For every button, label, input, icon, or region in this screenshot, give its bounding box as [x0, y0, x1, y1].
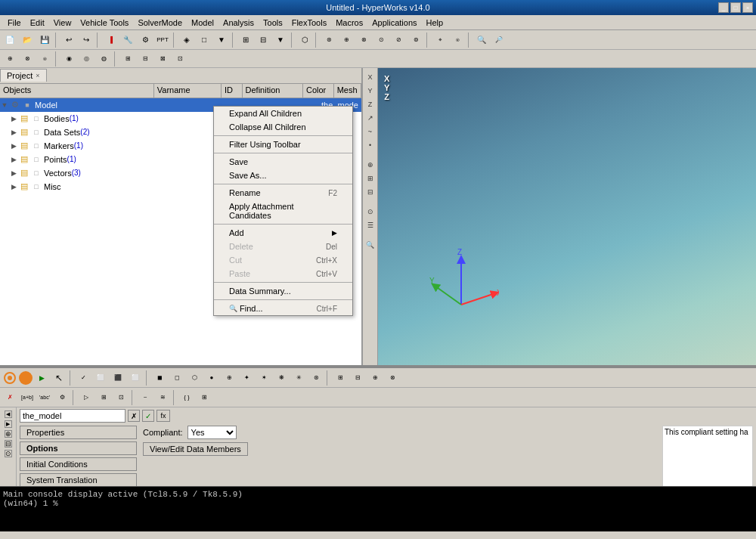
btb2-10[interactable]: { }	[178, 389, 195, 406]
new-button[interactable]: 📄	[2, 32, 18, 48]
console-area[interactable]: Main console display active (Tcl8.5.9 / …	[0, 486, 756, 531]
toolbar-btn-13[interactable]: ⬡	[296, 32, 313, 48]
btb2-4[interactable]: ⚙	[54, 389, 70, 406]
tb-19[interactable]: ⊚	[407, 32, 424, 48]
vp-icon-z[interactable]: Z	[364, 98, 376, 110]
expand-bodies[interactable]: ▶	[9, 115, 18, 122]
btb-18[interactable]: ⊞	[332, 370, 349, 386]
maximize-button[interactable]: □	[730, 2, 741, 13]
tb-17[interactable]: ⊙	[373, 32, 389, 48]
menu-edit[interactable]: Edit	[26, 17, 49, 29]
ctx-delete[interactable]: Delete Del	[214, 240, 352, 253]
expand-vectors[interactable]: ▶	[9, 169, 18, 177]
btb-3[interactable]: ▶	[33, 370, 50, 386]
toolbar-btn-8[interactable]: □	[196, 32, 212, 48]
close-window-button[interactable]: ×	[742, 2, 753, 13]
vp-icon-xyz[interactable]: X	[364, 71, 376, 83]
ctx-rename[interactable]: Rename F2	[214, 186, 352, 200]
btb-cursor[interactable]: ↖	[51, 370, 67, 386]
toolbar-btn-3[interactable]: ▐	[102, 32, 119, 48]
tb2-6[interactable]: ◍	[95, 51, 112, 67]
menu-solver-mode[interactable]: SolverMode	[133, 17, 187, 29]
ctx-save-as[interactable]: Save As...	[214, 169, 352, 182]
btb2-11[interactable]: ⊞	[196, 389, 212, 406]
model-name-input[interactable]: the_model	[20, 409, 125, 423]
ctx-save[interactable]: Save	[214, 155, 352, 169]
btb-2[interactable]	[19, 371, 33, 385]
ctx-cut[interactable]: Cut Ctrl+X	[214, 253, 352, 267]
menu-view[interactable]: View	[49, 17, 76, 29]
btb-17[interactable]: ⊛	[308, 370, 324, 386]
tb-18[interactable]: ⊘	[390, 32, 407, 48]
view-edit-button[interactable]: View/Edit Data Members	[143, 442, 248, 456]
btb2-5[interactable]: ▷	[78, 389, 94, 406]
undo-button[interactable]: ↩	[60, 32, 77, 48]
props-tab-system-translation[interactable]: System Translation	[20, 473, 137, 487]
toolbar-btn-9[interactable]: ▼	[213, 32, 230, 48]
toolbar-btn-11[interactable]: ⊟	[255, 32, 271, 48]
nav-icon-1[interactable]: ⊕	[5, 430, 12, 438]
menu-tools[interactable]: Tools	[259, 17, 287, 29]
tb-16[interactable]: ⊗	[355, 32, 372, 48]
tb2-1[interactable]: ⊕	[2, 51, 18, 67]
tb2-2[interactable]: ⊗	[19, 51, 36, 67]
zoom-btn[interactable]: 🔍	[473, 32, 490, 48]
btb2-3[interactable]: 'abc'	[36, 389, 53, 406]
btb-7[interactable]: ⬜	[127, 370, 144, 386]
open-button[interactable]: 📂	[19, 32, 36, 48]
vp-icon-7[interactable]: ⊟	[364, 186, 376, 198]
btb-16[interactable]: ✳	[290, 370, 307, 386]
tb2-4[interactable]: ◉	[60, 51, 77, 67]
expand-model[interactable]: ▼	[0, 101, 9, 109]
vp-icon-y[interactable]: Y	[364, 85, 376, 97]
toolbar-btn-4[interactable]: 🔧	[119, 32, 136, 48]
menu-analysis[interactable]: Analysis	[218, 17, 259, 29]
input-func-btn[interactable]: fx	[156, 410, 170, 422]
ctx-data-summary[interactable]: Data Summary...	[214, 284, 352, 298]
vp-icon-5[interactable]: ⊕	[364, 159, 376, 171]
vp-icon-node[interactable]: •	[364, 139, 376, 151]
tb2-7[interactable]: ⊞	[119, 51, 136, 67]
menu-macros[interactable]: Macros	[331, 17, 367, 29]
btb-19[interactable]: ⊟	[349, 370, 366, 386]
tb-21[interactable]: ⍟	[449, 32, 466, 48]
btb2-9[interactable]: ≋	[154, 389, 171, 406]
nav-down[interactable]: ▶	[5, 420, 12, 428]
toolbar-btn-5[interactable]: ⚙	[137, 32, 153, 48]
ctx-collapse-all[interactable]: Collapse All Children	[214, 120, 352, 134]
expand-datasets[interactable]: ▶	[9, 129, 18, 136]
toolbar-btn-7[interactable]: ◈	[178, 32, 195, 48]
btb-12[interactable]: ⊕	[221, 370, 237, 386]
expand-misc[interactable]: ▶	[9, 183, 18, 191]
props-tab-initial-conditions[interactable]: Initial Conditions	[20, 457, 137, 471]
btb-9[interactable]: ◻	[169, 370, 185, 386]
tb2-8[interactable]: ⊟	[137, 51, 153, 67]
tb-15[interactable]: ⊕	[338, 32, 355, 48]
input-clear-btn[interactable]: ✗	[128, 410, 140, 422]
toolbar-btn-10[interactable]: ⊞	[237, 32, 254, 48]
vp-icon-6[interactable]: ⊞	[364, 172, 376, 184]
vp-icon-10[interactable]: 🔍	[364, 239, 376, 251]
vp-icon-arrow[interactable]: ↗	[364, 112, 376, 124]
btb-21[interactable]: ⊗	[384, 370, 401, 386]
menu-flex-tools[interactable]: FlexTools	[287, 17, 331, 29]
ctx-find[interactable]: 🔍 Find... Ctrl+F	[214, 302, 352, 315]
tb2-5[interactable]: ◎	[78, 51, 94, 67]
btb2-6[interactable]: ⊞	[95, 389, 112, 406]
btb-4[interactable]: ✓	[75, 370, 91, 386]
nav-up[interactable]: ◀	[5, 410, 12, 418]
btb-11[interactable]: ●	[203, 370, 220, 386]
menu-file[interactable]: File	[3, 17, 26, 29]
ctx-attach[interactable]: Apply Attachment Candidates	[214, 200, 352, 222]
nav-icon-2[interactable]: ⊟	[5, 440, 12, 448]
input-check-btn[interactable]: ✓	[142, 410, 154, 422]
btb-13[interactable]: ✦	[238, 370, 255, 386]
tb2-10[interactable]: ⊡	[172, 51, 188, 67]
menu-help[interactable]: Help	[422, 17, 448, 29]
btb-6[interactable]: ⬛	[110, 370, 126, 386]
expand-points[interactable]: ▶	[9, 156, 18, 163]
tb-20[interactable]: ⌖	[432, 32, 448, 48]
toolbar-btn-6[interactable]: PPT	[154, 32, 171, 48]
zoom-out-btn[interactable]: 🔎	[491, 32, 507, 48]
btb2-7[interactable]: ⊡	[113, 389, 129, 406]
